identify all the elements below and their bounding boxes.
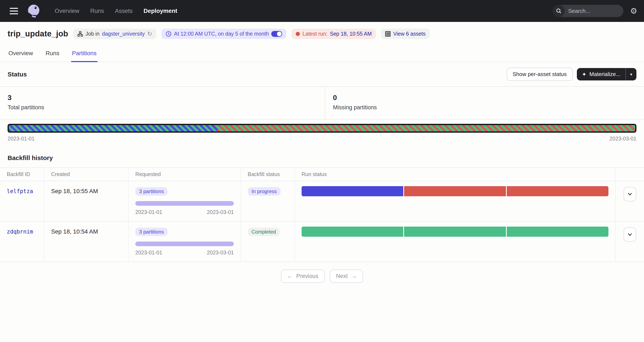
partition-bar-segment-2[interactable] <box>218 125 635 131</box>
run-status-segment-3[interactable] <box>507 186 608 196</box>
requested-range-dates: 2023-01-012023-03-01 <box>135 249 234 256</box>
backfill-status-badge: In progress <box>248 187 280 196</box>
expand-row-button[interactable] <box>624 227 636 242</box>
previous-page-button[interactable]: ← Previous <box>281 269 325 283</box>
column-header-requested: Requested <box>128 168 241 181</box>
materialize-split-button: ✦ Materialize... ▾ <box>577 68 636 81</box>
table-row: lelfptzaSep 18, 10:55 AM3 partitions2023… <box>0 181 644 221</box>
column-header-actions <box>616 168 644 181</box>
nav-links: OverviewRunsAssetsDeployment <box>55 8 177 14</box>
partition-range-end: 2023-03-01 <box>610 136 636 142</box>
stat-value: 0 <box>333 94 636 102</box>
latest-run-label: Latest run: <box>302 31 327 37</box>
materialize-button[interactable]: ✦ Materialize... <box>577 68 626 81</box>
table-row: zdqbrnimSep 18, 10:54 AM3 partitions2023… <box>0 221 644 262</box>
job-icon <box>78 31 83 37</box>
dagster-app: OverviewRunsAssetsDeployment / ⚙ trip_up… <box>0 0 644 342</box>
job-location-badge: Job in dagster_university ↻ <box>73 29 156 39</box>
stat-label: Missing partitions <box>333 104 636 111</box>
nav-item-runs[interactable]: Runs <box>90 8 104 14</box>
arrow-left-icon: ← <box>287 273 293 279</box>
menu-icon[interactable] <box>7 4 21 18</box>
arrow-right-icon: → <box>351 273 357 279</box>
backfill-id-link[interactable]: lelfptza <box>7 188 33 194</box>
clock-icon <box>166 31 172 37</box>
run-status-segment-3[interactable] <box>507 227 608 237</box>
dagster-logo-icon[interactable] <box>26 3 41 19</box>
view-assets-link[interactable]: View 6 assets <box>393 31 426 37</box>
pagination: ← Previous Next → <box>0 269 644 283</box>
run-status-segment-2[interactable] <box>404 227 506 237</box>
backfill-table-header: Backfill IDCreatedRequestedBackfill stat… <box>0 168 644 181</box>
nav-item-deployment[interactable]: Deployment <box>144 8 177 14</box>
materialize-label: Materialize... <box>590 71 620 78</box>
stat-value: 3 <box>8 94 317 102</box>
job-header: trip_update_job Job in dagster_universit… <box>0 22 644 62</box>
next-page-button[interactable]: Next → <box>330 269 363 283</box>
schedule-toggle[interactable] <box>271 31 282 37</box>
stat-missing-partitions: 0Missing partitions <box>325 87 644 119</box>
global-search[interactable]: / <box>553 5 624 17</box>
repo-link[interactable]: dagster_university <box>102 31 145 37</box>
view-assets-badge[interactable]: View 6 assets <box>381 29 430 39</box>
page-title: trip_update_job <box>8 29 68 38</box>
latest-run-time-link[interactable]: Sep 18, 10:55 AM <box>330 31 372 37</box>
schedule-badge: At 12:00 AM UTC, on day 5 of the month <box>162 29 286 39</box>
backfill-history-heading: Backfill history <box>0 145 644 167</box>
requested-range-bar <box>135 241 234 246</box>
backfill-id-link[interactable]: zdqbrnim <box>7 228 33 235</box>
job-tabs: OverviewRunsPartitions <box>0 47 644 62</box>
top-navbar: OverviewRunsAssetsDeployment / ⚙ <box>0 0 644 22</box>
job-in-label: Job in <box>86 31 100 37</box>
created-timestamp: Sep 18, 10:55 AM <box>51 188 98 194</box>
chevron-down-icon <box>628 233 632 236</box>
tab-runs[interactable]: Runs <box>45 47 60 62</box>
status-heading: Status <box>8 71 27 78</box>
created-timestamp: Sep 18, 10:54 AM <box>51 228 98 235</box>
sparkle-icon: ✦ <box>582 72 586 77</box>
column-header-backfill-status: Backfill status <box>241 168 295 181</box>
tab-partitions[interactable]: Partitions <box>71 47 98 62</box>
column-header-run-status: Run status <box>295 168 616 181</box>
run-status-bar[interactable] <box>302 186 608 196</box>
chevron-down-icon <box>628 192 632 196</box>
partition-stats: 3Total partitions0Missing partitions <box>0 87 644 120</box>
run-status-dot <box>296 32 300 36</box>
nav-item-assets[interactable]: Assets <box>115 8 132 14</box>
partition-status-bar-wrap: 2023-01-01 2023-03-01 <box>0 120 644 145</box>
show-per-asset-status-button[interactable]: Show per-asset status <box>507 68 573 81</box>
run-status-segment-1[interactable] <box>302 227 403 237</box>
stat-total-partitions: 3Total partitions <box>0 87 325 119</box>
search-icon <box>553 5 565 17</box>
materialize-dropdown-button[interactable]: ▾ <box>626 68 636 81</box>
schedule-label: At 12:00 AM UTC, on day 5 of the month <box>174 31 269 37</box>
backfill-status-badge: Completed <box>248 228 280 236</box>
run-status-segment-1[interactable] <box>302 186 403 196</box>
requested-range-bar <box>135 201 234 206</box>
latest-run-badge: Latest run: Sep 18, 10:55 AM <box>292 29 376 39</box>
refresh-icon[interactable]: ↻ <box>147 31 152 37</box>
run-status-bar[interactable] <box>302 227 608 237</box>
assets-grid-icon <box>385 31 390 37</box>
column-header-backfill-id: Backfill ID <box>0 168 44 181</box>
run-status-segment-2[interactable] <box>404 186 506 196</box>
stat-label: Total partitions <box>8 104 317 111</box>
requested-range-dates: 2023-01-012023-03-01 <box>135 209 234 215</box>
partitions-count-badge[interactable]: 3 partitions <box>135 228 168 236</box>
partition-bar-segment-1[interactable] <box>9 125 218 131</box>
tab-overview[interactable]: Overview <box>8 47 34 62</box>
column-header-created: Created <box>44 168 128 181</box>
partition-range-start: 2023-01-01 <box>8 136 34 142</box>
backfill-table: Backfill IDCreatedRequestedBackfill stat… <box>0 167 644 262</box>
expand-row-button[interactable] <box>624 187 636 201</box>
partition-status-bar[interactable] <box>8 124 636 133</box>
search-input[interactable] <box>565 8 624 14</box>
status-section-header: Status Show per-asset status ✦ Materiali… <box>0 62 644 87</box>
nav-item-overview[interactable]: Overview <box>55 8 79 14</box>
settings-gear-icon[interactable]: ⚙ <box>630 7 637 15</box>
partitions-count-badge[interactable]: 3 partitions <box>135 187 168 196</box>
